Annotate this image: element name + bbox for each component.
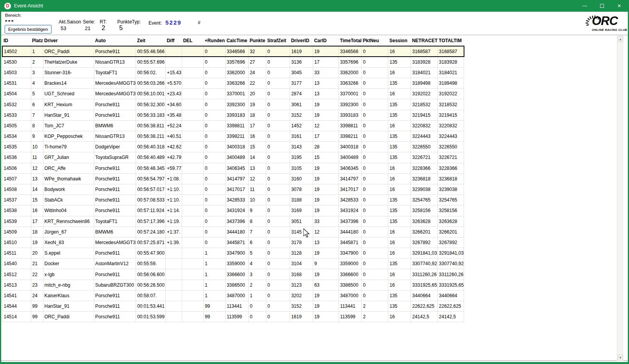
table-row[interactable]: 1450713WPe_thomahawkPorsche91100:56:54.7… [2, 173, 464, 184]
column-header-pktneu[interactable]: PktNeu [362, 36, 388, 46]
column-header-strafzeit[interactable]: StrafZeit [266, 36, 290, 46]
vertical-scrollbar[interactable]: ▲ ▼ [617, 36, 624, 361]
column-header--runden[interactable]: +Runden [203, 36, 225, 46]
table-cell [182, 216, 203, 227]
table-row[interactable]: 1450918Jürgen_67BMWM600:57:24.180+1:37.0… [2, 227, 464, 237]
column-header-id[interactable]: ID [2, 36, 31, 46]
table-row[interactable]: 1450612ORC_AffePorsche91100:56:46.345+59… [2, 163, 464, 173]
table-cell [182, 99, 203, 110]
table-cell: 3219415 [411, 110, 437, 120]
table-cell [182, 184, 203, 194]
column-header-del[interactable]: DEL [182, 36, 203, 46]
table-row[interactable]: 1451499ORC_PaddiPorsche91100:01:53.59999… [2, 312, 464, 322]
table-row[interactable]: 1454021DockerAstonMartinV1200:55:59.1335… [2, 259, 464, 269]
column-header-platz[interactable]: Platz [31, 36, 43, 46]
table-row[interactable]: 145314Brackes14MercedesAMGGT300:56:03.26… [2, 78, 464, 89]
table-row[interactable]: 1453816Wittinho04Porsche91100:57:11.924+… [2, 205, 464, 216]
table-cell: 3346566 [225, 46, 248, 57]
table-cell: MercedesAMGGT3 [94, 78, 136, 89]
table-row[interactable]: 145326KRT_HexiumPorsche91100:56:32.300+3… [2, 99, 464, 110]
table-cell: 14505 [2, 120, 31, 131]
table-cell: 0 [248, 301, 266, 312]
app-icon: D [4, 3, 11, 9]
column-header-diff[interactable]: Diff [165, 36, 182, 46]
table-cell [182, 78, 203, 89]
maximize-button[interactable] [593, 0, 611, 12]
column-header-timetotal[interactable]: TimeTotal [339, 36, 362, 46]
table-cell: Porsche911 [94, 184, 136, 194]
table-cell [182, 152, 203, 163]
table-row[interactable]: 1451019XeoN_83MercedesAMGGT300:57:25.871… [2, 237, 464, 248]
table-row[interactable]: 1454124KaiserKlausPorsche91100:58:07.134… [2, 290, 464, 301]
table-cell: 99 [203, 312, 225, 322]
table-row[interactable]: 1451323mitch_e-nbgSubaruBRZGT30000:56:26… [2, 280, 464, 290]
table-cell: 19 [313, 290, 339, 301]
column-header-session[interactable]: Session [388, 36, 411, 46]
column-header-netracet[interactable]: NETRACET [411, 36, 437, 46]
column-header-calctime[interactable]: CalcTime [225, 36, 248, 46]
table-cell: 3440664 [411, 290, 437, 301]
table-cell: 24 [248, 67, 266, 78]
column-header-driver[interactable]: Driver [43, 36, 94, 46]
table-row[interactable]: 145337HanStar_91Porsche91100:56:33.183+3… [2, 110, 464, 120]
close-button[interactable]: ✕ [611, 0, 628, 12]
table-cell: 00:56:03.266 [136, 78, 165, 89]
table-cell: 0 [266, 152, 290, 163]
table-row[interactable]: 145045UGT_SchroedMercedesAMGGT300:56:10.… [2, 89, 464, 99]
table-row[interactable]: 1453611GRT_JulianToyotaSupraGR00:56:40.4… [2, 152, 464, 163]
table-row[interactable]: 1450814BodyworkPorsche91100:56:57.017+1:… [2, 184, 464, 194]
table-cell: 0 [266, 110, 290, 120]
table-cell: +1:10. [165, 195, 182, 205]
column-header-totaltim[interactable]: TOTALTIM [437, 36, 464, 46]
table-cell: 13 [313, 237, 339, 248]
minimize-button[interactable]: — [576, 0, 593, 12]
table-row[interactable]: 1453510Ti-home79DodgeViper00:56:40.318+4… [2, 142, 464, 152]
table-cell: 00:57:08.533 [136, 195, 165, 205]
table-row[interactable]: 145033Stunner-316-ToyotaFT100:56:02.+15.… [2, 67, 464, 78]
table-cell: 17 [31, 216, 43, 227]
table-cell: 3392300 [339, 99, 362, 110]
table-cell: Porsche911 [94, 205, 136, 216]
field-punktetyp: PunkteTyp: 5 [117, 19, 141, 32]
table-cell: 3078 [290, 184, 313, 194]
scrollbar-up-button[interactable]: ▲ [618, 36, 623, 42]
column-header-zeit[interactable]: Zeit [136, 36, 165, 46]
table-cell: 00:57:24.180 [136, 227, 165, 237]
table-row[interactable]: 1453917KRT_Rennschwein86ToyotaFT100:57:1… [2, 216, 464, 227]
table-cell: 16 [388, 163, 411, 173]
table-cell: 0 [266, 301, 290, 312]
table-cell: 3226721 [437, 152, 464, 163]
column-header-carid[interactable]: CarID [313, 36, 339, 46]
table-cell: 3331925,65 [411, 280, 437, 290]
table-row[interactable]: 145302TheHatzerDukeNissanGTR1300:55:57.6… [2, 57, 464, 67]
table-row[interactable]: 1451222x-lgbPorsche91100:56:06.600133666… [2, 269, 464, 280]
column-header-driverid[interactable]: DriverID [290, 36, 313, 46]
column-header-auto[interactable]: Auto [94, 36, 136, 46]
confirm-result-button[interactable]: Ergebnis bestätigen [5, 25, 52, 34]
table-cell: NissanGTR13 [94, 131, 136, 142]
scrollbar-down-button[interactable]: ▼ [618, 354, 623, 360]
table-cell [165, 290, 182, 301]
table-row[interactable]: 1453715StabACkPorsche91100:57:08.533+1:1… [2, 195, 464, 205]
table-cell: 00:01:53.441 [136, 301, 165, 312]
table-row[interactable]: 145021ORC_PaddiPorsche91100:55:46.566033… [2, 46, 464, 57]
table-row[interactable]: 1454499HanStar_91Porsche91100:01:53.4419… [2, 301, 464, 312]
logo-text: ORC [592, 15, 618, 27]
table-cell: 12 [313, 227, 339, 237]
toolbar: Bereich: --- Ergebnis bestätigen Akt.Sai… [1, 12, 628, 35]
table-cell: 0 [362, 110, 388, 120]
table-cell: 3291841,03 [437, 248, 464, 259]
table-cell: 10 [31, 142, 43, 152]
table-cell: 19 [313, 312, 339, 322]
table-cell: 1 [248, 290, 266, 301]
table-row[interactable]: 1451120S.eppelPorsche91100:55:47.9001334… [2, 248, 464, 259]
table-cell: 0 [362, 237, 388, 248]
table-cell: 19 [313, 184, 339, 194]
table-cell: 3400489 [339, 152, 362, 163]
table-cell: 0 [203, 195, 225, 205]
table-row[interactable]: 145058Tom_JC7BMWM600:56:38.811+52.240339… [2, 120, 464, 131]
table-cell: 3386500 [339, 280, 362, 290]
table-row[interactable]: 145349KOP_PepposchekNissanGTR1300:56:38.… [2, 131, 464, 142]
table-cell: 14533 [2, 110, 31, 120]
column-header-punkte[interactable]: Punkte [248, 36, 266, 46]
